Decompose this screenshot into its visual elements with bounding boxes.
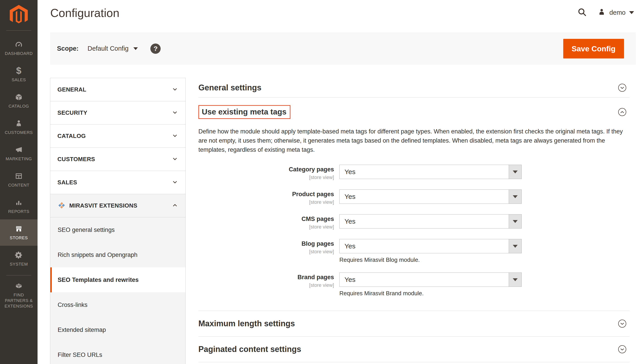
- dashboard-icon: [14, 40, 23, 49]
- chevron-down-icon: [172, 110, 178, 116]
- user-name: demo: [609, 9, 625, 16]
- chevron-down-circle-icon[interactable]: [618, 345, 626, 354]
- sidebar-item-label: SYSTEM: [10, 261, 28, 267]
- field-scope: [store view]: [198, 199, 334, 205]
- sidebar-item-customers[interactable]: CUSTOMERS: [0, 114, 38, 140]
- sales-icon: $: [16, 66, 21, 75]
- config-tab-sales[interactable]: SALES: [50, 171, 185, 194]
- product-pages-select[interactable]: Yes: [339, 190, 522, 204]
- config-tab-label: CUSTOMERS: [57, 156, 95, 163]
- config-tab-label: SALES: [57, 179, 77, 186]
- system-icon: [14, 251, 23, 259]
- catalog-icon: [14, 93, 23, 101]
- config-tab-label: CATALOG: [57, 132, 86, 140]
- sidebar-item-dashboard[interactable]: DASHBOARD: [0, 35, 38, 61]
- config-tab-mirasvit-extensions[interactable]: MIRASVIT EXTENSIONS: [50, 194, 185, 217]
- sidebar-item-system[interactable]: SYSTEM: [0, 246, 38, 272]
- config-tab-customers[interactable]: CUSTOMERS: [50, 148, 185, 171]
- chevron-down-icon: [629, 11, 634, 14]
- config-tab-label: GENERAL: [57, 86, 86, 93]
- user-menu[interactable]: demo: [598, 8, 634, 17]
- config-tab-label: MIRASVIT EXTENSIONS: [69, 202, 137, 209]
- marketing-icon: [14, 146, 23, 154]
- help-icon[interactable]: ?: [150, 44, 161, 54]
- field-note: Requires Mirasvit Blog module.: [339, 256, 522, 263]
- category-pages-select[interactable]: Yes: [339, 165, 522, 179]
- search-icon[interactable]: [577, 8, 586, 18]
- sidebar-item-sales[interactable]: $ SALES: [0, 61, 38, 88]
- field-label: Brand pages: [198, 274, 334, 281]
- save-config-button[interactable]: Save Config: [563, 39, 624, 58]
- config-tab-catalog[interactable]: CATALOG: [50, 124, 185, 148]
- config-main-panel: General settings Use existing meta tags …: [198, 78, 629, 362]
- blog-pages-select[interactable]: Yes: [339, 239, 522, 253]
- meta-tags-form: Category pages [store view] Yes Product …: [198, 165, 629, 297]
- nav-item-extended-sitemap[interactable]: Extended sitemap: [50, 317, 185, 342]
- content-icon: [14, 172, 23, 180]
- sidebar-item-label: STORES: [10, 235, 28, 240]
- nav-item-rich-snippets-opengraph[interactable]: Rich snippets and Opengraph: [50, 242, 185, 267]
- section-title: Maximum length settings: [198, 319, 295, 328]
- sidebar-item-label: FIND PARTNERS & EXTENSIONS: [1, 292, 36, 309]
- field-product-pages: Product pages [store view] Yes: [198, 190, 629, 205]
- select-arrow-icon: [509, 239, 521, 253]
- sidebar-item-stores[interactable]: STORES: [0, 220, 38, 246]
- sidebar-item-reports[interactable]: REPORTS: [0, 193, 38, 220]
- field-label: CMS pages: [198, 216, 334, 222]
- field-label: Blog pages: [198, 240, 334, 247]
- section-title: Use existing meta tags: [202, 107, 286, 116]
- select-arrow-icon: [509, 165, 521, 179]
- chevron-down-circle-icon[interactable]: [618, 84, 626, 92]
- section-general-settings[interactable]: General settings: [198, 78, 629, 98]
- chevron-up-circle-icon[interactable]: [618, 108, 626, 116]
- stores-icon: [14, 224, 23, 233]
- page-title: Configuration: [50, 6, 119, 20]
- field-scope: [store view]: [198, 282, 334, 288]
- select-value: Yes: [340, 273, 509, 286]
- mirasvit-icon: [57, 201, 66, 210]
- section-use-existing-meta-tags[interactable]: Use existing meta tags: [198, 105, 629, 119]
- nav-item-cross-links[interactable]: Cross-links: [50, 292, 185, 317]
- chevron-down-icon: [172, 133, 178, 140]
- scope-bar: Scope: Default Config ? Save Config: [50, 32, 636, 65]
- section-title: Paginated content settings: [198, 344, 301, 354]
- select-value: Yes: [340, 214, 509, 228]
- field-blog-pages: Blog pages [store view] Yes Requires Mir…: [198, 239, 629, 263]
- config-section-nav: GENERAL SECURITY CATALOG CUSTOMERS SALES…: [50, 78, 186, 364]
- sidebar-item-find-partners[interactable]: FIND PARTNERS & EXTENSIONS: [0, 278, 38, 312]
- field-scope: [store view]: [198, 174, 334, 180]
- sidebar-item-label: CUSTOMERS: [5, 130, 33, 135]
- scope-value: Default Config: [88, 45, 129, 52]
- config-tab-security[interactable]: SECURITY: [50, 101, 185, 124]
- chevron-up-icon: [172, 202, 178, 209]
- scope-switcher[interactable]: Default Config: [88, 45, 138, 52]
- section-maximum-length-settings[interactable]: Maximum length settings: [198, 311, 629, 336]
- field-brand-pages: Brand pages [store view] Yes Requires Mi…: [198, 272, 629, 297]
- sidebar-item-label: MARKETING: [6, 156, 32, 162]
- divider: [6, 275, 31, 276]
- field-cms-pages: CMS pages [store view] Yes: [198, 214, 629, 230]
- sidebar-item-content[interactable]: CONTENT: [0, 167, 38, 193]
- select-arrow-icon: [509, 214, 521, 228]
- extension-sub-nav: SEO general settings Rich snippets and O…: [50, 217, 185, 364]
- chevron-down-circle-icon[interactable]: [618, 319, 626, 328]
- sidebar-item-marketing[interactable]: MARKETING: [0, 140, 38, 167]
- field-category-pages: Category pages [store view] Yes: [198, 165, 629, 180]
- cms-pages-select[interactable]: Yes: [339, 214, 522, 228]
- sidebar-menu: DASHBOARD $ SALES CATALOG CUSTOMERS MARK…: [0, 35, 38, 312]
- section-paginated-content-settings[interactable]: Paginated content settings: [198, 336, 629, 362]
- nav-item-filter-seo-urls[interactable]: Filter SEO URLs: [50, 342, 185, 364]
- field-label: Product pages: [198, 191, 334, 198]
- select-value: Yes: [340, 239, 509, 253]
- sidebar-item-label: CONTENT: [8, 182, 29, 188]
- magento-logo[interactable]: [8, 4, 30, 25]
- nav-item-seo-general-settings[interactable]: SEO general settings: [50, 217, 185, 242]
- select-arrow-icon: [509, 190, 521, 204]
- config-tab-general[interactable]: GENERAL: [50, 78, 185, 101]
- nav-item-seo-templates-rewrites[interactable]: SEO Templates and rewrites: [50, 267, 185, 292]
- select-value: Yes: [340, 165, 509, 179]
- brand-pages-select[interactable]: Yes: [339, 272, 522, 287]
- config-tab-label: SECURITY: [57, 109, 87, 116]
- customers-icon: [14, 119, 23, 128]
- sidebar-item-catalog[interactable]: CATALOG: [0, 88, 38, 114]
